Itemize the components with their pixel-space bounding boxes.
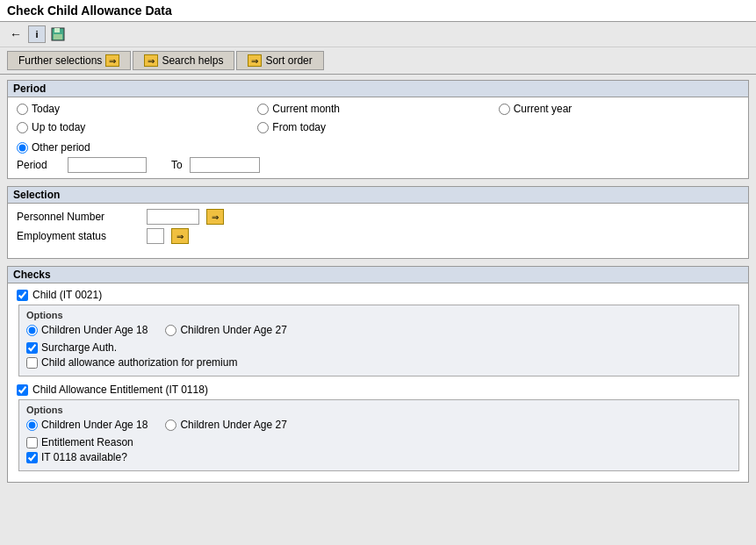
selection-section-title: Selection bbox=[8, 187, 748, 204]
tab-sort-order-arrow: ⇒ bbox=[248, 54, 262, 67]
tab-further-selections-label: Further selections bbox=[18, 54, 102, 67]
it0118-available-checkbox[interactable]: IT 0118 available? bbox=[26, 451, 731, 463]
radio-child-under-27-a[interactable]: Children Under Age 27 bbox=[165, 324, 286, 336]
period-to-input[interactable] bbox=[190, 157, 260, 173]
to-label: To bbox=[171, 159, 183, 171]
tab-sort-order[interactable]: ⇒ Sort order bbox=[236, 51, 323, 70]
child-it0118-options-title: Options bbox=[26, 405, 731, 415]
employment-status-label: Employment status bbox=[17, 230, 140, 242]
radio-child-under-27-b[interactable]: Children Under Age 27 bbox=[165, 419, 286, 431]
period-label: Period bbox=[17, 159, 61, 171]
child-it0118-options: Options Children Under Age 18 Children U… bbox=[18, 399, 739, 471]
radio-current-year[interactable]: Current year bbox=[499, 103, 739, 115]
surcharge-auth-checkbox[interactable]: Surcharge Auth. bbox=[26, 341, 731, 354]
tab-search-helps[interactable]: ⇒ Search helps bbox=[133, 51, 234, 70]
save-icon[interactable] bbox=[49, 25, 67, 43]
checks-section: Checks Child (IT 0021) Options Children … bbox=[7, 266, 749, 483]
entitlement-reason-checkbox[interactable]: Entitlement Reason bbox=[26, 436, 731, 448]
radio-other-period[interactable]: Other period bbox=[17, 141, 739, 154]
back-icon[interactable]: ← bbox=[7, 25, 25, 43]
tab-further-selections[interactable]: Further selections ⇒ bbox=[7, 51, 131, 70]
tab-further-selections-arrow: ⇒ bbox=[105, 54, 119, 67]
radio-child-under-18-a[interactable]: Children Under Age 18 bbox=[26, 324, 148, 336]
period-from-input[interactable] bbox=[68, 157, 147, 173]
check-child-it0021-checkbox[interactable] bbox=[17, 290, 28, 301]
check-child-entitlement-it0118-checkbox[interactable] bbox=[17, 384, 28, 396]
personnel-number-row: Personnel Number ⇒ bbox=[17, 209, 739, 225]
toolbar: ← i bbox=[0, 22, 756, 47]
tabs-bar: Further selections ⇒ ⇒ Search helps ⇒ So… bbox=[0, 47, 756, 75]
tab-search-helps-arrow: ⇒ bbox=[144, 54, 158, 67]
radio-from-today[interactable]: From today bbox=[257, 121, 498, 133]
employment-status-row: Employment status ⇒ bbox=[17, 228, 739, 244]
check-child-it0021: Child (IT 0021) Options Children Under A… bbox=[17, 289, 739, 376]
personnel-number-label: Personnel Number bbox=[17, 211, 140, 223]
check-child-it0021-label[interactable]: Child (IT 0021) bbox=[17, 289, 739, 301]
period-section: Period Today Current month Current year … bbox=[7, 80, 749, 179]
page-title: Check Child Allowance Data bbox=[7, 4, 172, 18]
radio-current-month[interactable]: Current month bbox=[257, 103, 498, 115]
personnel-number-search-btn[interactable]: ⇒ bbox=[206, 209, 224, 225]
period-section-title: Period bbox=[8, 81, 748, 97]
title-bar: Check Child Allowance Data bbox=[0, 0, 756, 22]
svg-rect-2 bbox=[54, 34, 62, 39]
check-child-entitlement-it0118: Child Allowance Entitlement (IT 0118) Op… bbox=[17, 384, 739, 471]
svg-rect-1 bbox=[54, 28, 60, 32]
tab-sort-order-label: Sort order bbox=[265, 54, 312, 67]
radio-today[interactable]: Today bbox=[17, 103, 257, 115]
tab-search-helps-label: Search helps bbox=[162, 54, 223, 67]
radio-child-under-18-b[interactable]: Children Under Age 18 bbox=[26, 419, 148, 431]
employment-status-search-btn[interactable]: ⇒ bbox=[171, 228, 189, 244]
child-it0021-options: Options Children Under Age 18 Children U… bbox=[18, 305, 739, 376]
personnel-number-input[interactable] bbox=[147, 209, 199, 225]
employment-status-input[interactable] bbox=[147, 228, 164, 244]
checks-section-title: Checks bbox=[8, 267, 748, 283]
selection-section: Selection Personnel Number ⇒ Employment … bbox=[7, 186, 749, 259]
check-child-entitlement-it0118-label[interactable]: Child Allowance Entitlement (IT 0118) bbox=[17, 384, 739, 396]
child-allowance-auth-premium-checkbox[interactable]: Child allowance authorization for premiu… bbox=[26, 356, 731, 369]
child-it0021-options-title: Options bbox=[26, 310, 731, 320]
radio-up-to-today[interactable]: Up to today bbox=[17, 121, 257, 133]
info-icon[interactable]: i bbox=[28, 25, 46, 43]
